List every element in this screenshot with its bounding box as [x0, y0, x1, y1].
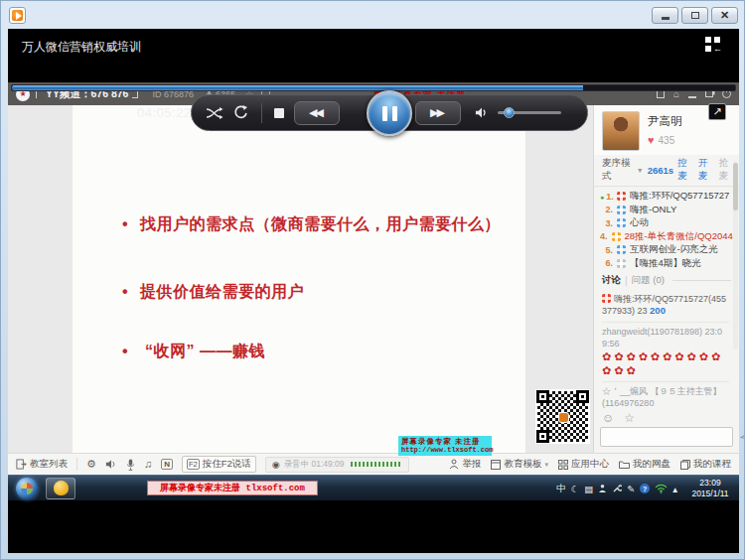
mic-queue-item[interactable]: 6.【嗨推4期】晓光: [600, 257, 735, 271]
sidebar: 尹高明 ♥435 麦序模式 ▼ 2661s 控麦 开麦 抢麦: [593, 105, 739, 453]
user-tray-icon[interactable]: [598, 484, 607, 493]
folder-icon: [619, 460, 630, 469]
my-drive-button[interactable]: 我的网盘: [619, 458, 670, 471]
recorder-watermark-taskbar: 屏幕录像专家未注册 tlxsoft.com: [147, 481, 318, 495]
tray-expand-icon[interactable]: ▴: [672, 484, 677, 494]
shuffle-button[interactable]: [206, 106, 224, 120]
gift-icon: [617, 206, 626, 214]
mic-queue-item[interactable]: 1.嗨推:环环/QQ57715727: [600, 190, 735, 204]
fast-forward-button[interactable]: ▶▶: [415, 101, 461, 125]
paper-plane-icon: [740, 431, 745, 444]
yy-toolbar: 教室列表 ⚙ ♫ N F2 按住F2说话 ◉ 录音中 01:49:09: [8, 453, 739, 475]
stop-icon: [274, 108, 284, 118]
wifi-icon[interactable]: [655, 484, 668, 493]
slide: •找用户的需求点（微商需要什么，用户需要什么） •提供价值给需要的用户 • “收…: [73, 105, 525, 453]
recording-indicator[interactable]: ◉ 录音中 01:49:09: [265, 457, 409, 473]
volume-knob[interactable]: [504, 107, 515, 118]
shuffle-icon: [206, 106, 224, 120]
mute-button[interactable]: [475, 106, 488, 119]
audio-waveform: [351, 462, 402, 467]
app-center-button[interactable]: 应用中心: [558, 458, 609, 471]
wrench-icon[interactable]: [612, 484, 622, 493]
mic-grab-link[interactable]: 抢麦: [718, 157, 733, 183]
layout-grid-icon[interactable]: ←: [705, 37, 723, 53]
yy-app-icon: [54, 481, 69, 495]
restore-button[interactable]: [681, 7, 708, 24]
heart-icon: ♥: [648, 134, 655, 146]
emoji-icon[interactable]: ☺: [602, 411, 614, 425]
mic-control-link[interactable]: 控麦: [677, 157, 692, 183]
close-button[interactable]: ✕: [711, 7, 738, 24]
seek-bar-fill: [12, 85, 583, 90]
ime-indicator[interactable]: 中: [556, 483, 566, 495]
tab-question[interactable]: 问题 (0): [632, 274, 665, 287]
minimize-button[interactable]: [652, 7, 678, 24]
n-badge[interactable]: N: [161, 459, 173, 470]
send-button[interactable]: [740, 428, 745, 446]
music-note-icon[interactable]: ♫: [144, 459, 152, 470]
mic-queue-item[interactable]: 2.嗨推-ONLY: [600, 204, 735, 217]
tab-discuss[interactable]: 讨论: [602, 274, 621, 287]
restore-icon: [691, 12, 699, 19]
repeat-button[interactable]: [233, 105, 249, 120]
volume-icon: [475, 106, 488, 119]
mic-queue-item[interactable]: 3.心动: [600, 216, 735, 230]
transport-controls: 04:05:22 ◀◀ ▶▶ ↗: [8, 91, 739, 135]
yy-main: •找用户的需求点（微商需要什么，用户需要什么） •提供价值给需要的用户 • “收…: [8, 105, 739, 453]
settings-gear-icon[interactable]: ⚙: [86, 459, 96, 470]
my-course-button[interactable]: 我的课程: [680, 458, 731, 471]
rewind-button[interactable]: ◀◀: [294, 101, 340, 125]
sidebar-scrollbar[interactable]: [733, 161, 738, 350]
close-icon: ✕: [720, 9, 729, 22]
edu-template-button[interactable]: 教育模板▾: [491, 458, 548, 471]
book-icon: [680, 460, 690, 470]
chevron-down-icon[interactable]: ▼: [637, 167, 644, 174]
start-button[interactable]: [16, 478, 38, 499]
mic-queue-item[interactable]: 4.28推-单长青微信/QQ20446445: [600, 230, 735, 244]
speaker-icon[interactable]: [105, 459, 117, 470]
control-pill: ◀◀ ▶▶: [191, 94, 588, 131]
window-buttons: ✕: [652, 7, 738, 24]
likes-count[interactable]: ♥435: [648, 134, 682, 146]
taskbar-yy-app[interactable]: [46, 478, 75, 499]
titlebar[interactable]: ✕: [1, 1, 744, 29]
chat-panel[interactable]: 嗨推:环环/QQ57715727(455377933) 23 200 zhang…: [594, 288, 739, 409]
player-stage: 万人微信营销权威培训 ← ★ YY频道：676 876 ID 676876 63…: [8, 29, 739, 553]
arrow-left-icon: ←: [713, 46, 722, 53]
favorite-icon[interactable]: ☆: [624, 411, 635, 425]
chat-input[interactable]: [601, 432, 740, 443]
slide-bullet: •提供价值给需要的用户: [122, 282, 304, 303]
keyboard-icon[interactable]: ▤: [584, 484, 593, 494]
window-border-bottom: [1, 553, 744, 560]
microphone-icon[interactable]: [126, 459, 135, 471]
exit-door-icon: [16, 459, 27, 470]
help-icon[interactable]: ?: [640, 484, 650, 493]
gift-icon: [617, 192, 626, 201]
chat-message: ☆＇__煽风 【９５主持主管】(1164976280 ✿: [602, 382, 729, 409]
fullscreen-icon: ↗: [712, 105, 721, 118]
mic-mode-label[interactable]: 麦序模式: [602, 157, 633, 183]
window-icon: [491, 460, 501, 470]
taskbar-clock[interactable]: 23:092015/1/11: [686, 478, 734, 498]
report-button[interactable]: 举报: [449, 458, 481, 471]
mic-open-link[interactable]: 开麦: [698, 157, 713, 183]
slide-bullet: • “收网” ——赚钱: [122, 342, 265, 362]
pause-button[interactable]: [367, 90, 412, 136]
volume-slider[interactable]: [498, 111, 561, 114]
chevron-down-icon: ▾: [544, 461, 548, 469]
mic-queue-item[interactable]: 5.互联网创业-闪亮之光: [600, 243, 735, 257]
push-to-talk-button[interactable]: F2 按住F2说话: [182, 456, 256, 473]
room-list-button[interactable]: 教室列表: [16, 458, 68, 471]
video-frame[interactable]: ★ YY频道：676 876 ID 676876 6365 ☆ 屏幕录像专家 未…: [8, 82, 739, 500]
gift-icon: [617, 245, 626, 254]
gift-icon: [617, 218, 626, 227]
fast-forward-icon: ▶▶: [430, 106, 443, 119]
stop-button[interactable]: [274, 108, 284, 118]
chat-message-pinned: 嗨推:环环/QQ57715727(455377933) 23 200: [602, 290, 729, 323]
seek-bar[interactable]: [11, 84, 736, 91]
video-header: 万人微信营销权威培训 ←: [8, 29, 739, 82]
moon-icon[interactable]: ☾: [571, 484, 580, 494]
gift-icon: [612, 232, 621, 241]
fullscreen-button[interactable]: ↗: [708, 103, 726, 120]
edit-icon[interactable]: ✎: [627, 484, 635, 494]
